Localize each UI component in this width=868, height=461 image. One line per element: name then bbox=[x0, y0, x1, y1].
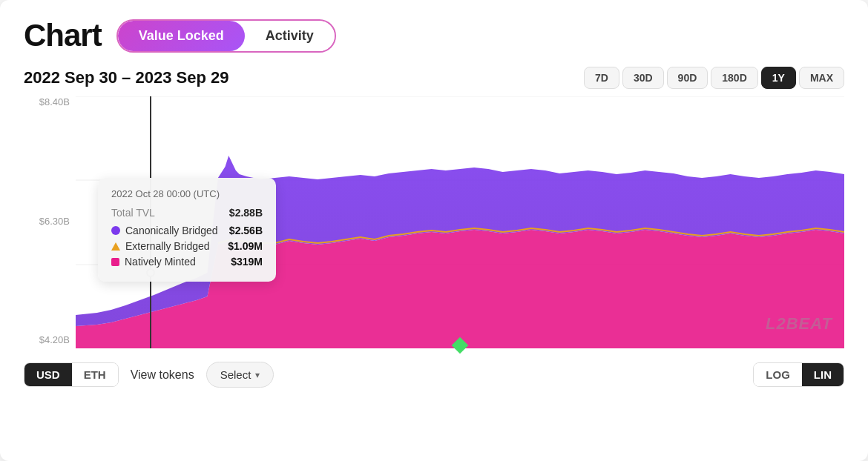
currency-usd[interactable]: USD bbox=[24, 363, 72, 386]
native-value: $319M bbox=[231, 256, 263, 268]
currency-group: USD ETH bbox=[24, 362, 119, 387]
tab-group: Value Locked Activity bbox=[116, 19, 336, 53]
chevron-down-icon: ▾ bbox=[255, 370, 260, 380]
period-7d[interactable]: 7D bbox=[584, 67, 619, 89]
view-tokens-label: View tokens bbox=[131, 368, 194, 382]
scale-group: LOG LIN bbox=[753, 362, 844, 387]
chart-header: Chart Value Locked Activity bbox=[24, 18, 844, 53]
tooltip-total-value: $2.88B bbox=[229, 207, 263, 219]
tooltip-date: 2022 Oct 28 00:00 (UTC) bbox=[111, 188, 263, 199]
tooltip-total-row: Total TVL $2.88B bbox=[111, 207, 263, 219]
period-1y[interactable]: 1Y bbox=[761, 67, 796, 89]
external-label: Externally Bridged bbox=[125, 240, 210, 252]
tab-value-locked[interactable]: Value Locked bbox=[118, 21, 245, 51]
bottom-left: USD ETH View tokens Select ▾ bbox=[24, 362, 274, 388]
y-label-bot: $4.20B bbox=[24, 334, 76, 345]
y-label-top: $8.40B bbox=[24, 96, 76, 107]
date-row: 2022 Sep 30 – 2023 Sep 29 7D 30D 90D 180… bbox=[24, 67, 844, 89]
tooltip-row-canonical: Canonically Bridged $2.56B bbox=[111, 225, 263, 236]
period-buttons: 7D 30D 90D 180D 1Y MAX bbox=[584, 67, 844, 89]
external-dot bbox=[111, 242, 120, 251]
select-label: Select bbox=[220, 368, 251, 381]
tab-activity[interactable]: Activity bbox=[245, 21, 335, 51]
currency-eth[interactable]: ETH bbox=[72, 363, 118, 386]
tooltip: 2022 Oct 28 00:00 (UTC) Total TVL $2.88B… bbox=[98, 178, 276, 282]
period-30d[interactable]: 30D bbox=[622, 67, 664, 89]
scale-log[interactable]: LOG bbox=[754, 363, 802, 386]
period-180d[interactable]: 180D bbox=[711, 67, 757, 89]
native-label: Natively Minted bbox=[125, 256, 196, 268]
date-range-label: 2022 Sep 30 – 2023 Sep 29 bbox=[24, 68, 228, 87]
bottom-bar: USD ETH View tokens Select ▾ LOG LIN bbox=[24, 357, 844, 388]
canonical-label: Canonically Bridged bbox=[125, 225, 218, 236]
native-dot bbox=[111, 258, 119, 266]
canonical-value: $2.56B bbox=[229, 225, 263, 236]
y-axis: $8.40B $6.30B $4.20B bbox=[24, 96, 76, 348]
y-label-mid: $6.30B bbox=[24, 216, 76, 227]
chart-area: $8.40B $6.30B $4.20B bbox=[24, 96, 844, 348]
tooltip-total-label: Total TVL bbox=[111, 207, 155, 219]
external-value: $1.09M bbox=[228, 240, 263, 252]
period-90d[interactable]: 90D bbox=[667, 67, 708, 89]
chart-card: Chart Value Locked Activity 2022 Sep 30 … bbox=[0, 0, 868, 461]
select-button[interactable]: Select ▾ bbox=[206, 362, 274, 388]
tooltip-row-native: Natively Minted $319M bbox=[111, 256, 263, 268]
tooltip-row-external: Externally Bridged $1.09M bbox=[111, 240, 263, 252]
chart-title: Chart bbox=[24, 18, 102, 53]
scale-lin[interactable]: LIN bbox=[802, 363, 844, 386]
period-max[interactable]: MAX bbox=[799, 67, 844, 89]
canonical-dot bbox=[111, 226, 120, 235]
